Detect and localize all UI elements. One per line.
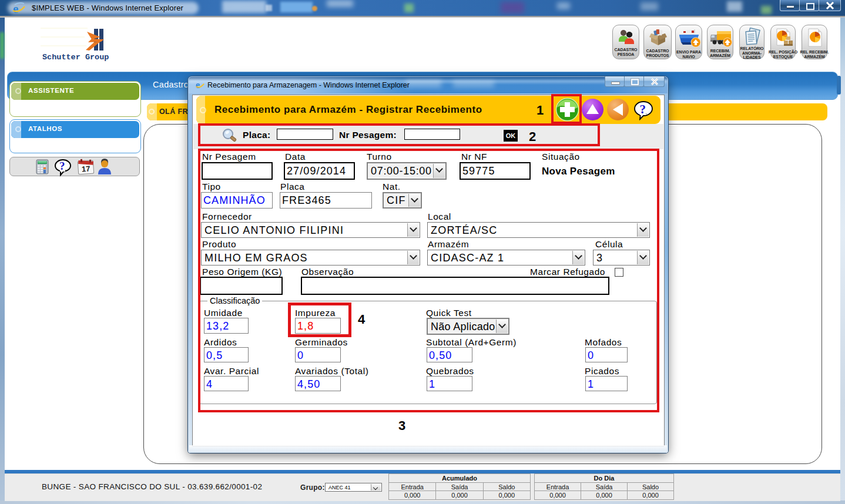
svg-text:?: ? [59, 160, 65, 172]
svg-text:?: ? [640, 102, 646, 116]
svg-text:17: 17 [81, 164, 90, 173]
svg-text:e: e [196, 80, 200, 90]
